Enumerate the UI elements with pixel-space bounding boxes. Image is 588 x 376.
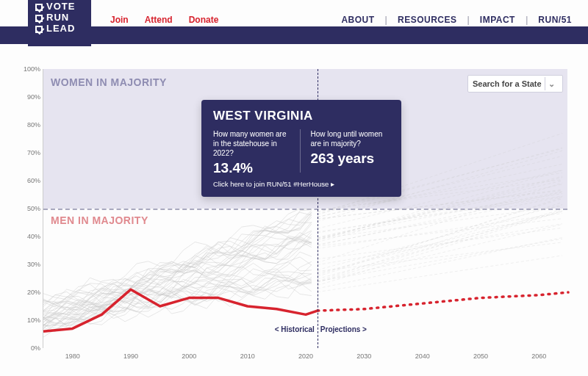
y-tick: 60% [21,177,40,184]
y-tick: 20% [21,289,40,296]
historical-label: < Historical [275,325,318,333]
callout-state: WEST VIRGINIA [213,109,390,123]
x-tick: 2010 [240,352,255,360]
y-tick: 50% [21,205,40,212]
checkbox-icon [35,4,43,11]
x-tick: 2040 [415,352,430,360]
x-tick: 2050 [473,352,488,360]
y-tick: 70% [21,149,40,156]
callout-q2: How long until women are in majority? [311,129,390,148]
utility-nav: Join Attend Donate [110,15,218,25]
brand-logo[interactable]: VOTE RUN LEAD [28,0,91,46]
checkbox-icon [35,15,43,22]
x-tick: 1980 [65,352,80,360]
nav-about[interactable]: ABOUT [341,15,374,25]
x-tick: 2060 [531,352,546,360]
nav-donate[interactable]: Donate [189,15,219,25]
nav-join[interactable]: Join [110,15,129,25]
y-tick: 30% [21,261,40,268]
main-nav: ABOUT| RESOURCES| IMPACT| RUN/51 [341,15,572,25]
nav-resources[interactable]: RESOURCES [398,15,457,25]
y-tick: 10% [21,317,40,324]
callout-cta-link[interactable]: Click here to join RUN/51 #HerHouse ▸ [213,180,390,188]
nav-impact[interactable]: IMPACT [480,15,515,25]
x-tick: 2020 [298,352,313,360]
y-tick: 80% [21,121,40,129]
x-tick: 1990 [123,352,138,360]
y-tick: 90% [21,93,40,101]
callout-q1: How many women are in the statehouse in … [213,129,293,158]
plot-area: WOMEN IN MAJORITY MEN IN MAJORITY Search… [43,69,567,348]
nav-run51[interactable]: RUN/51 [538,15,572,25]
y-tick: 0% [21,344,40,352]
state-callout[interactable]: WEST VIRGINIA How many women are in the … [201,100,401,197]
y-tick: 40% [21,233,40,240]
x-tick: 2000 [182,352,196,360]
checkbox-icon [35,26,43,33]
callout-v1: 13.4% [213,163,293,173]
y-tick: 100% [21,65,40,73]
chart-container: WOMEN IN MAJORITY MEN IN MAJORITY Search… [21,69,567,367]
nav-attend[interactable]: Attend [145,15,173,25]
projection-label: Projections > [318,325,367,333]
callout-v2: 263 years [311,153,390,163]
x-tick: 2030 [356,352,371,360]
